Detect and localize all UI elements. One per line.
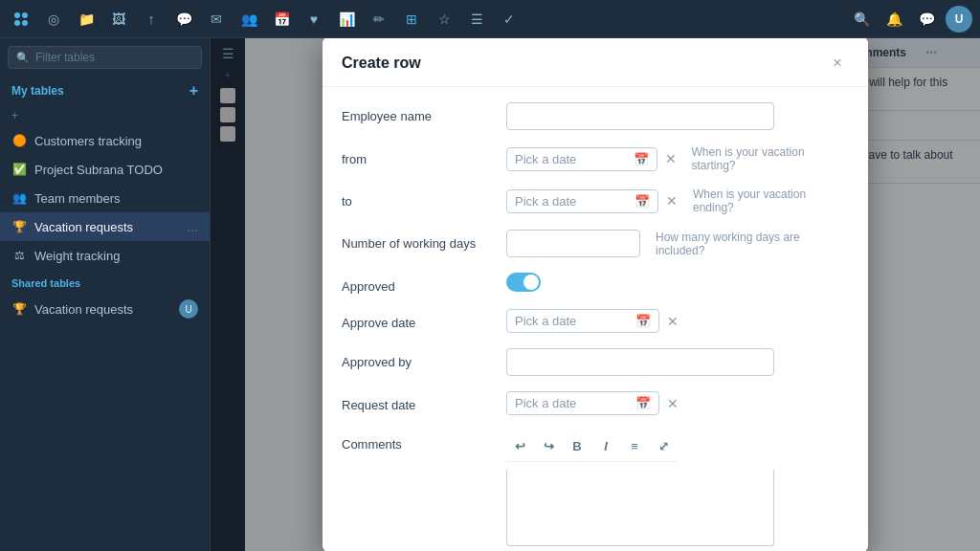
- add-table-button[interactable]: +: [189, 82, 198, 99]
- approve-date-label: Approve date: [342, 309, 495, 330]
- approve-date-row: Approve date Pick a date 📅 ✕: [342, 309, 849, 333]
- to-hint: When is your vacation ending?: [693, 187, 849, 214]
- sidebar-item-label: Project Subrana TODO: [34, 163, 163, 177]
- media-icon[interactable]: 🖼: [105, 6, 132, 33]
- calendar-request-icon[interactable]: 📅: [635, 396, 651, 410]
- mail-icon[interactable]: ✉: [203, 6, 230, 33]
- approved-by-input[interactable]: [506, 348, 774, 376]
- write-icon[interactable]: ✏: [366, 6, 392, 33]
- shared-tables-label: Shared tables: [0, 270, 210, 293]
- menu-icon[interactable]: ☰: [463, 6, 490, 33]
- working-days-hint: How many working days are included?: [656, 231, 828, 257]
- create-row-modal: Create row × Employee name from: [323, 38, 868, 551]
- approve-date-control: Pick a date 📅 ✕: [506, 309, 849, 333]
- sidebar-item-vacation-requests[interactable]: 🏆 Vacation requests ...: [0, 212, 210, 241]
- to-row: to Pick a date 📅 ✕ When is your vacation…: [342, 187, 849, 214]
- undo-button[interactable]: ↩: [508, 434, 531, 457]
- working-days-input[interactable]: [506, 230, 640, 257]
- deck-icon[interactable]: ♥: [301, 6, 327, 33]
- svg-point-0: [14, 12, 20, 18]
- contacts-icon[interactable]: 👥: [235, 6, 262, 33]
- my-tables-label: My tables: [11, 84, 64, 98]
- comments-row: Comments ↩ ↪ B I ≡ ⤢: [342, 430, 849, 546]
- calendar-from-icon[interactable]: 📅: [634, 152, 649, 166]
- modal-close-button[interactable]: ×: [826, 52, 849, 75]
- comments-textarea[interactable]: [506, 470, 774, 546]
- svg-point-3: [22, 20, 28, 26]
- employee-name-input[interactable]: [506, 102, 774, 130]
- from-control: Pick a date 📅 ✕ When is your vacation st…: [506, 145, 849, 172]
- weight-tracking-icon: ⚖: [11, 248, 27, 263]
- from-clear-button[interactable]: ✕: [665, 151, 677, 166]
- talk-icon[interactable]: 💬: [170, 6, 197, 33]
- bookmarks-icon[interactable]: ☆: [431, 6, 457, 33]
- my-tables-section-header: My tables +: [0, 77, 210, 105]
- sidebar-item-weight-tracking[interactable]: ⚖ Weight tracking: [0, 241, 210, 270]
- sidebar-item-label: Vacation requests: [34, 302, 133, 317]
- home-icon[interactable]: ◎: [40, 6, 67, 33]
- activity-icon[interactable]: ↑: [138, 6, 165, 33]
- employee-name-label: Employee name: [342, 102, 495, 123]
- modal-overlay: Create row × Employee name from: [211, 38, 980, 551]
- app-logo-icon[interactable]: [8, 6, 34, 33]
- to-clear-button[interactable]: ✕: [666, 193, 678, 209]
- calendar-approve-icon[interactable]: 📅: [635, 314, 651, 328]
- top-navigation: ◎ 📁 🖼 ↑ 💬 ✉ 👥 📅 ♥ 📊 ✏ ⊞ ☆ ☰ ✓ 🔍 🔔 💬 U: [0, 0, 980, 38]
- approved-by-control: [506, 348, 849, 376]
- from-label: from: [342, 145, 495, 166]
- request-date-label: Request date: [342, 391, 495, 412]
- approved-by-row: Approved by: [342, 348, 849, 376]
- request-date-picker[interactable]: Pick a date 📅: [506, 391, 659, 415]
- modal-header: Create row ×: [323, 38, 868, 87]
- approved-control: [506, 273, 849, 292]
- italic-button[interactable]: I: [594, 434, 617, 457]
- approved-by-label: Approved by: [342, 348, 495, 369]
- notifications-icon[interactable]: 🔔: [880, 6, 907, 33]
- tasks-icon[interactable]: ✓: [496, 6, 523, 33]
- plus-icon: +: [11, 109, 18, 122]
- sidebar: 🔍 My tables + + 🟠 Customers tracking ✅ P…: [0, 38, 211, 551]
- expand-button[interactable]: ⤢: [652, 434, 675, 457]
- list-button[interactable]: ≡: [623, 434, 646, 457]
- from-date-picker[interactable]: Pick a date 📅: [506, 147, 657, 171]
- vacation-requests-icon: 🏆: [11, 219, 27, 234]
- filter-tables-input[interactable]: [35, 51, 193, 64]
- talk-nav-icon[interactable]: 💬: [913, 6, 940, 33]
- table-filter-search[interactable]: 🔍: [8, 46, 202, 69]
- sidebar-item-team-members[interactable]: 👥 Team members: [0, 184, 210, 212]
- item-options-button[interactable]: ...: [187, 219, 198, 234]
- files-icon[interactable]: 📁: [73, 6, 100, 33]
- sidebar-item-customers-tracking[interactable]: 🟠 Customers tracking: [0, 126, 210, 155]
- add-new-table-button[interactable]: +: [0, 105, 210, 126]
- bold-button[interactable]: B: [566, 434, 589, 457]
- from-hint: When is your vacation starting?: [692, 145, 849, 172]
- to-date-placeholder: Pick a date: [515, 194, 629, 209]
- approve-date-placeholder: Pick a date: [515, 314, 630, 328]
- user-avatar[interactable]: U: [946, 6, 972, 33]
- approved-toggle[interactable]: [506, 273, 541, 292]
- sidebar-item-label: Team members: [34, 191, 121, 206]
- redo-button[interactable]: ↪: [537, 434, 560, 457]
- sidebar-item-project-subrana[interactable]: ✅ Project Subrana TODO: [0, 155, 210, 184]
- working-days-label: Number of working days: [342, 230, 495, 251]
- to-date-picker[interactable]: Pick a date 📅: [506, 189, 658, 213]
- calendar-icon[interactable]: 📅: [268, 6, 295, 33]
- working-days-control: How many working days are included?: [506, 230, 849, 257]
- search-nav-icon[interactable]: 🔍: [848, 6, 875, 33]
- from-date-placeholder: Pick a date: [515, 152, 628, 166]
- approve-date-picker[interactable]: Pick a date 📅: [506, 309, 659, 333]
- content-area: ast date Comments ⋯ 8, 2023 Bob will hel…: [211, 38, 980, 551]
- analytics-icon[interactable]: 📊: [333, 6, 360, 33]
- modal-body: Employee name from Pick a date 📅: [323, 87, 868, 551]
- request-date-clear-button[interactable]: ✕: [667, 396, 679, 411]
- sidebar-item-vacation-shared[interactable]: 🏆 Vacation requests U: [0, 293, 210, 325]
- approve-date-clear-button[interactable]: ✕: [667, 314, 679, 329]
- employee-name-row: Employee name: [342, 102, 849, 130]
- svg-point-1: [22, 12, 28, 18]
- request-date-control: Pick a date 📅 ✕: [506, 391, 849, 415]
- team-members-icon: 👥: [11, 190, 27, 206]
- calendar-to-icon[interactable]: 📅: [635, 194, 650, 209]
- modal-title: Create row: [342, 55, 421, 72]
- request-date-placeholder: Pick a date: [515, 396, 630, 410]
- tables-icon[interactable]: ⊞: [398, 6, 425, 33]
